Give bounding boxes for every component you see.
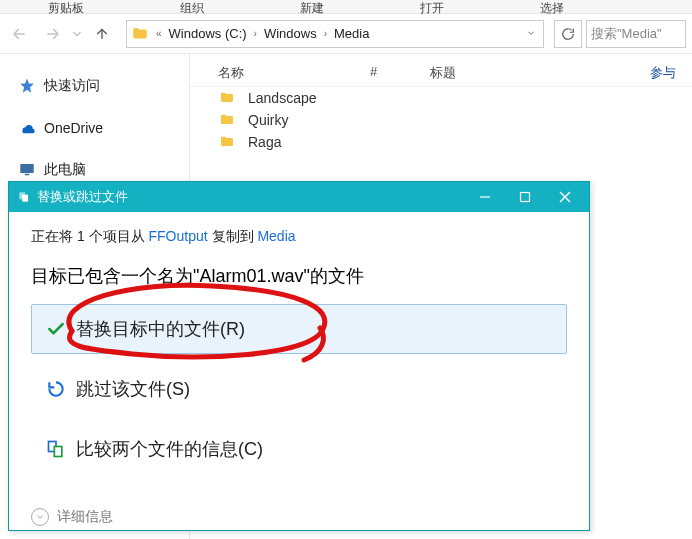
sidebar-item-label: OneDrive [44,120,103,136]
close-button[interactable] [545,182,585,212]
copy-icon [17,190,31,204]
list-item[interactable]: Raga [190,131,692,153]
address-bar: « Windows (C:) › Windows › Media 搜索"Medi… [0,14,692,54]
dialog-options: 替换目标中的文件(R) 跳过该文件(S) 比较两个文件的信息(C) [31,304,567,474]
ribbon-item[interactable]: 打开 [372,0,492,13]
list-item[interactable]: Quirky [190,109,692,131]
breadcrumb-segment[interactable]: Media [330,26,373,41]
svg-rect-1 [25,174,30,176]
search-input[interactable]: 搜索"Media" [586,20,686,48]
conflict-filename: Alarm01.wav [199,266,303,286]
folder-icon [131,25,149,43]
replace-or-skip-dialog: 替换或跳过文件 正在将 1 个项目从 FFOutput 复制到 Media 目标… [8,181,590,531]
chevron-right-icon: « [153,28,165,39]
details-label: 详细信息 [57,508,113,526]
dialog-title: 替换或跳过文件 [37,188,465,206]
search-placeholder: 搜索"Media" [591,25,662,43]
file-name: Quirky [248,112,288,128]
column-name[interactable]: 名称 [190,64,370,82]
sidebar-item-thispc[interactable]: 此电脑 [0,156,189,184]
check-icon [46,319,66,339]
ribbon-item[interactable]: 新建 [252,0,372,13]
breadcrumb-segment[interactable]: Windows [260,26,321,41]
refresh-button[interactable] [554,20,582,48]
ribbon-item[interactable]: 组织 [132,0,252,13]
skip-icon [46,379,66,399]
column-participate[interactable]: 参与 [550,64,692,82]
option-label: 替换目标中的文件(R) [76,317,245,341]
folder-icon [218,90,236,106]
ribbon-item[interactable]: 剪贴板 [0,0,132,13]
forward-button[interactable] [38,20,66,48]
sidebar-item-label: 此电脑 [44,161,86,179]
list-item[interactable]: Landscape [190,87,692,109]
folder-icon [218,112,236,128]
ribbon-item[interactable]: 选择 [492,0,612,13]
up-button[interactable] [88,20,116,48]
ribbon: 剪贴板 组织 新建 打开 选择 [0,0,692,14]
option-compare[interactable]: 比较两个文件的信息(C) [31,424,567,474]
star-icon [18,77,36,95]
column-hash[interactable]: # [370,64,430,82]
dialog-titlebar[interactable]: 替换或跳过文件 [9,182,589,212]
option-replace[interactable]: 替换目标中的文件(R) [31,304,567,354]
chevron-right-icon: › [251,28,260,39]
progress-text: 正在将 1 个项目从 FFOutput 复制到 Media [31,228,567,246]
breadcrumb-dropdown[interactable] [519,26,543,41]
pc-icon [18,161,36,179]
svg-rect-5 [521,193,530,202]
option-label: 比较两个文件的信息(C) [76,437,263,461]
option-skip[interactable]: 跳过该文件(S) [31,364,567,414]
sidebar-item-quickaccess[interactable]: 快速访问 [0,72,189,100]
minimize-button[interactable] [465,182,505,212]
svg-rect-9 [54,447,62,457]
details-toggle[interactable]: 详细信息 [31,508,567,526]
svg-rect-3 [22,195,28,202]
dialog-body: 正在将 1 个项目从 FFOutput 复制到 Media 目标已包含一个名为"… [9,212,589,539]
breadcrumb[interactable]: « Windows (C:) › Windows › Media [126,20,544,48]
dest-link[interactable]: Media [257,228,295,244]
conflict-message: 目标已包含一个名为"Alarm01.wav"的文件 [31,264,567,288]
maximize-button[interactable] [505,182,545,212]
breadcrumb-segment[interactable]: Windows (C:) [165,26,251,41]
compare-icon [46,439,66,459]
file-name: Landscape [248,90,317,106]
svg-rect-0 [20,164,34,173]
column-headers: 名称 # 标题 参与 [190,60,692,87]
chevron-right-icon: › [321,28,330,39]
onedrive-icon [18,119,36,137]
recent-dropdown[interactable] [70,20,84,48]
back-button[interactable] [6,20,34,48]
chevron-down-icon [31,508,49,526]
sidebar-item-onedrive[interactable]: OneDrive [0,114,189,142]
column-title[interactable]: 标题 [430,64,550,82]
source-link[interactable]: FFOutput [148,228,207,244]
folder-icon [218,134,236,150]
option-label: 跳过该文件(S) [76,377,190,401]
file-name: Raga [248,134,281,150]
sidebar-item-label: 快速访问 [44,77,100,95]
